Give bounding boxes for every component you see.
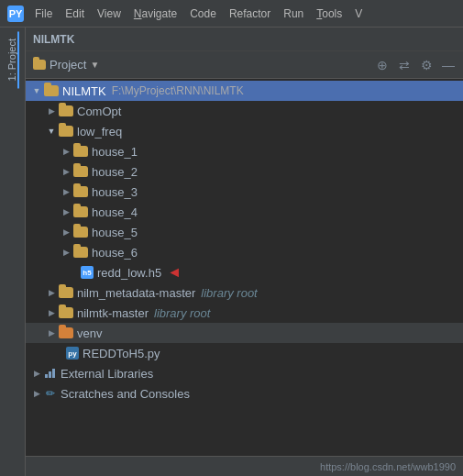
- menu-bar: File Edit View Navigate Code Refactor Ru…: [29, 6, 368, 22]
- tree-root[interactable]: ▼ NILMTK F:\MyProject\RNN\NILMTK: [26, 81, 463, 101]
- venv-folder-icon: [59, 327, 73, 338]
- house6-folder-icon: [73, 247, 88, 258]
- project-section-title: NILMTK: [26, 28, 463, 51]
- house3-arrow: ▶: [59, 187, 73, 196]
- tree-item-nilmtk-master[interactable]: ▶ nilmtk-master library root: [26, 303, 463, 323]
- h5-file-icon: h5: [81, 266, 94, 279]
- tree-item-low-freq[interactable]: ▼ low_freq: [26, 121, 463, 141]
- lowfreq-label: low_freq: [77, 125, 122, 138]
- nilmtkmaster-label: nilmtk-master: [77, 306, 149, 320]
- tree-item-house4[interactable]: ▶ house_4: [26, 202, 463, 222]
- scratches-label: Scratches and Consoles: [61, 387, 190, 401]
- bar-chart-icon: [45, 369, 56, 378]
- house1-folder-icon: [73, 146, 88, 157]
- menu-navigate[interactable]: Navigate: [128, 6, 182, 22]
- reddlow-label: redd_low.h5: [97, 266, 161, 280]
- nilmmetadata-tag: library root: [201, 286, 257, 300]
- main-container: 1: Project NILMTK Project ▼ ⊕ ⇄ ⚙ — ▼: [0, 28, 463, 476]
- comopt-arrow: ▶: [44, 106, 59, 116]
- panel-icon-locate[interactable]: ⊕: [375, 58, 390, 72]
- panel-header: Project ▼ ⊕ ⇄ ⚙ —: [26, 51, 463, 79]
- lowfreq-folder-icon: [59, 126, 73, 137]
- sidebar-item-project[interactable]: 1: Project: [6, 31, 19, 88]
- house5-label: house_5: [92, 226, 138, 239]
- root-path: F:\MyProject\RNN\NILMTK: [112, 84, 244, 97]
- panel-icon-settings[interactable]: ⚙: [419, 58, 434, 72]
- project-panel: NILMTK Project ▼ ⊕ ⇄ ⚙ — ▼ NILMTK: [26, 28, 463, 476]
- lowfreq-arrow: ▼: [44, 127, 59, 136]
- tree-item-house5[interactable]: ▶ house_5: [26, 222, 463, 242]
- panel-title[interactable]: Project: [50, 58, 86, 72]
- panel-icons: ⊕ ⇄ ⚙ —: [375, 58, 456, 72]
- tree-item-redd-low[interactable]: h5 redd_low.h5 ◄: [26, 262, 463, 282]
- house5-arrow: ▶: [59, 227, 73, 237]
- menu-refactor[interactable]: Refactor: [224, 6, 276, 22]
- tree-item-house2[interactable]: ▶ house_2: [26, 161, 463, 182]
- nilmtkmaster-folder-icon: [59, 307, 73, 318]
- menu-more[interactable]: V: [349, 6, 368, 22]
- tree-item-nilm-metadata[interactable]: ▶ nilm_metadata-master library root: [26, 282, 463, 303]
- extlib-icon: [44, 367, 57, 380]
- tree-item-external-libraries[interactable]: ▶ External Libraries: [26, 363, 463, 383]
- menu-file[interactable]: File: [29, 6, 58, 22]
- title-bar: PY File Edit View Navigate Code Refactor…: [0, 0, 463, 28]
- nilmmetadata-label: nilm_metadata-master: [77, 286, 195, 300]
- tree-container[interactable]: ▼ NILMTK F:\MyProject\RNN\NILMTK ▶ ComOp…: [26, 79, 463, 456]
- house4-label: house_4: [92, 205, 138, 219]
- house4-arrow: ▶: [59, 207, 73, 216]
- nilmtkmaster-tag: library root: [154, 306, 210, 320]
- menu-tools[interactable]: Tools: [311, 6, 347, 22]
- root-folder-icon: [44, 85, 59, 96]
- nilmmetadata-folder-icon: [59, 287, 73, 298]
- tree-item-house1[interactable]: ▶ house_1: [26, 141, 463, 161]
- house6-label: house_6: [92, 246, 138, 260]
- menu-code[interactable]: Code: [184, 6, 222, 22]
- nilmmetadata-arrow: ▶: [44, 288, 59, 297]
- panel-icon-scroll[interactable]: ⇄: [397, 58, 412, 72]
- tree-item-scratches[interactable]: ▶ ✏ Scratches and Consoles: [26, 383, 463, 404]
- menu-edit[interactable]: Edit: [60, 6, 90, 22]
- venv-arrow: ▶: [44, 328, 59, 338]
- house5-folder-icon: [73, 227, 88, 238]
- house2-arrow: ▶: [59, 167, 73, 176]
- house2-label: house_2: [92, 165, 138, 179]
- comopt-label: ComOpt: [77, 105, 121, 118]
- scratches-icon: ✏: [44, 387, 57, 400]
- panel-icon-minimize[interactable]: —: [441, 58, 456, 72]
- app-logo: PY: [7, 6, 24, 22]
- menu-run[interactable]: Run: [278, 6, 309, 22]
- panel-dropdown-arrow[interactable]: ▼: [90, 60, 99, 70]
- nilmtkmaster-arrow: ▶: [44, 308, 59, 317]
- tree-item-house6[interactable]: ▶ house_6: [26, 242, 463, 262]
- extlib-label: External Libraries: [61, 367, 153, 381]
- side-strip: 1: Project: [0, 28, 26, 476]
- venv-label: venv: [77, 327, 102, 340]
- py-file-icon: py: [66, 347, 79, 360]
- comopt-folder-icon: [59, 105, 73, 116]
- tree-item-house3[interactable]: ▶ house_3: [26, 182, 463, 202]
- tree-item-reddtoh5[interactable]: py REDDToH5.py: [26, 343, 463, 363]
- panel-folder-icon: [33, 60, 46, 70]
- status-url: https://blog.csdn.net/wwb1990: [320, 461, 456, 472]
- house3-folder-icon: [73, 186, 88, 197]
- house1-arrow: ▶: [59, 147, 73, 156]
- menu-view[interactable]: View: [92, 6, 127, 22]
- reddtoh5-label: REDDToH5.py: [83, 347, 160, 360]
- panel-title-area: Project ▼: [33, 58, 369, 72]
- house4-folder-icon: [73, 206, 88, 217]
- house1-label: house_1: [92, 145, 138, 159]
- extlib-arrow: ▶: [29, 369, 44, 378]
- house3-label: house_3: [92, 185, 138, 199]
- tree-item-comopt[interactable]: ▶ ComOpt: [26, 101, 463, 121]
- root-arrow: ▼: [29, 86, 44, 95]
- house2-folder-icon: [73, 166, 88, 177]
- scratches-arrow: ▶: [29, 389, 44, 398]
- red-arrow-indicator: ◄: [167, 264, 182, 281]
- house6-arrow: ▶: [59, 248, 73, 257]
- root-label: NILMTK: [62, 84, 106, 98]
- tree-item-venv[interactable]: ▶ venv: [26, 323, 463, 343]
- bottom-bar: https://blog.csdn.net/wwb1990: [26, 456, 463, 476]
